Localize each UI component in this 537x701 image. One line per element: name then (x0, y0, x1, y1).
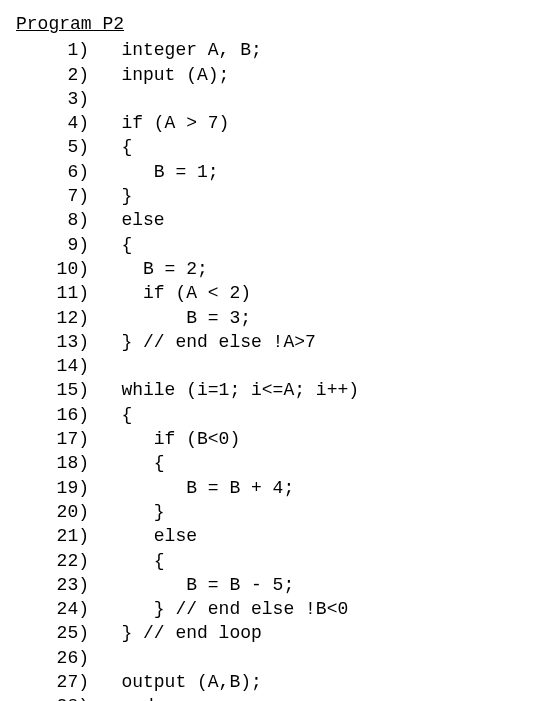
line-number: 21 (35, 524, 78, 548)
code-line: 21) else (8, 524, 529, 548)
line-number-paren: ) (78, 451, 89, 475)
line-number: 6 (35, 160, 78, 184)
line-number: 24 (35, 597, 78, 621)
code-line: 19) B = B + 4; (8, 476, 529, 500)
code-line: 7) } (8, 184, 529, 208)
code-text: { (111, 135, 133, 159)
line-number: 10 (35, 257, 78, 281)
line-number-paren: ) (78, 160, 89, 184)
gutter-gap (89, 427, 111, 451)
code-line: 23) B = B - 5; (8, 573, 529, 597)
code-text: else (111, 524, 197, 548)
gutter-gap (89, 646, 111, 670)
line-number: 26 (35, 646, 78, 670)
code-text: } // end loop (111, 621, 262, 645)
line-number-paren: ) (78, 621, 89, 645)
code-text: while (i=1; i<=A; i++) (111, 378, 359, 402)
line-number-paren: ) (78, 87, 89, 111)
line-number-paren: ) (78, 646, 89, 670)
line-number: 4 (35, 111, 78, 135)
line-number-paren: ) (78, 549, 89, 573)
code-text: { (111, 451, 165, 475)
code-text: end; (111, 694, 165, 701)
line-number: 2 (35, 63, 78, 87)
gutter-gap (89, 573, 111, 597)
code-text: B = 2; (111, 257, 208, 281)
gutter-gap (89, 281, 111, 305)
gutter-gap (89, 330, 111, 354)
gutter-gap (89, 306, 111, 330)
line-number: 20 (35, 500, 78, 524)
line-number-paren: ) (78, 63, 89, 87)
code-line: 24) } // end else !B<0 (8, 597, 529, 621)
gutter-gap (89, 597, 111, 621)
code-text: integer A, B; (111, 38, 262, 62)
code-line: 22) { (8, 549, 529, 573)
gutter-gap (89, 233, 111, 257)
code-line: 26) (8, 646, 529, 670)
gutter-gap (89, 403, 111, 427)
line-number: 12 (35, 306, 78, 330)
code-listing: 1) integer A, B;2) input (A);3) 4) if (A… (8, 38, 529, 701)
gutter-gap (89, 451, 111, 475)
code-line: 18) { (8, 451, 529, 475)
gutter-gap (89, 135, 111, 159)
code-line: 17) if (B<0) (8, 427, 529, 451)
gutter-gap (89, 208, 111, 232)
code-text: output (A,B); (111, 670, 262, 694)
line-number-paren: ) (78, 306, 89, 330)
line-number: 11 (35, 281, 78, 305)
line-number-paren: ) (78, 403, 89, 427)
line-number: 25 (35, 621, 78, 645)
code-line: 2) input (A); (8, 63, 529, 87)
code-line: 15) while (i=1; i<=A; i++) (8, 378, 529, 402)
code-text: if (B<0) (111, 427, 241, 451)
gutter-gap (89, 621, 111, 645)
line-number: 14 (35, 354, 78, 378)
line-number-paren: ) (78, 281, 89, 305)
gutter-gap (89, 670, 111, 694)
code-line: 10) B = 2; (8, 257, 529, 281)
code-line: 13) } // end else !A>7 (8, 330, 529, 354)
line-number-paren: ) (78, 257, 89, 281)
line-number-paren: ) (78, 378, 89, 402)
line-number-paren: ) (78, 208, 89, 232)
line-number-paren: ) (78, 38, 89, 62)
line-number-paren: ) (78, 694, 89, 701)
line-number-paren: ) (78, 111, 89, 135)
line-number: 8 (35, 208, 78, 232)
code-text: B = 1; (111, 160, 219, 184)
gutter-gap (89, 111, 111, 135)
code-line: 8) else (8, 208, 529, 232)
code-text: { (111, 403, 133, 427)
gutter-gap (89, 524, 111, 548)
code-line: 6) B = 1; (8, 160, 529, 184)
line-number-paren: ) (78, 500, 89, 524)
line-number: 18 (35, 451, 78, 475)
gutter-gap (89, 354, 111, 378)
gutter-gap (89, 257, 111, 281)
gutter-gap (89, 378, 111, 402)
line-number-paren: ) (78, 476, 89, 500)
line-number: 7 (35, 184, 78, 208)
gutter-gap (89, 694, 111, 701)
gutter-gap (89, 184, 111, 208)
line-number: 27 (35, 670, 78, 694)
line-number-paren: ) (78, 330, 89, 354)
code-line: 3) (8, 87, 529, 111)
code-line: 28) end; (8, 694, 529, 701)
code-line: 12) B = 3; (8, 306, 529, 330)
line-number-paren: ) (78, 670, 89, 694)
code-text: { (111, 233, 133, 257)
code-text: B = B - 5; (111, 573, 295, 597)
gutter-gap (89, 63, 111, 87)
code-line: 14) (8, 354, 529, 378)
code-text: else (111, 208, 165, 232)
line-number-paren: ) (78, 354, 89, 378)
line-number-paren: ) (78, 524, 89, 548)
line-number: 5 (35, 135, 78, 159)
code-text: } // end else !A>7 (111, 330, 316, 354)
code-line: 5) { (8, 135, 529, 159)
code-text: } // end else !B<0 (111, 597, 349, 621)
code-line: 20) } (8, 500, 529, 524)
